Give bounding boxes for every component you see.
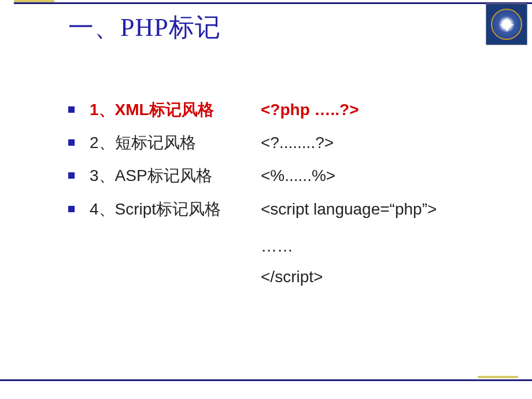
bullet-icon xyxy=(68,172,75,179)
script-body-ellipsis: …… xyxy=(261,231,515,261)
list-item: 3、ASP标记风格 <%......%> xyxy=(68,164,515,187)
item-label: 1、XML标记风格 xyxy=(90,98,261,121)
logo-emblem xyxy=(491,9,522,40)
footer-accent-navy xyxy=(0,379,532,381)
item-label: 4、Script标记风格 xyxy=(90,198,261,220)
item-sample: <%......%> xyxy=(261,164,335,187)
list-item: 4、Script标记风格 <script language=“php”> xyxy=(68,198,515,220)
bullet-icon xyxy=(68,206,75,212)
footer-accent-yellow xyxy=(478,376,518,378)
list-item: 2、短标记风格 <?........?> xyxy=(68,131,515,154)
item-sample: <script language=“php”> xyxy=(261,198,437,220)
slide-title: 一、PHP标记 xyxy=(68,10,221,45)
item-sample: <?php …..?> xyxy=(261,98,359,121)
item-sample: <?........?> xyxy=(261,131,334,154)
script-continuation: …… </script> xyxy=(261,231,515,292)
script-close-tag: </script> xyxy=(261,261,515,292)
item-label: 2、短标记风格 xyxy=(90,131,261,154)
bullet-icon xyxy=(68,139,75,146)
bullet-icon xyxy=(68,106,75,113)
list-item: 1、XML标记风格 <?php …..?> xyxy=(68,98,515,121)
institution-logo xyxy=(486,3,527,45)
title-area: 一、PHP标记 xyxy=(68,10,221,45)
item-label: 3、ASP标记风格 xyxy=(90,164,261,187)
header-accent-navy xyxy=(14,2,532,4)
content-area: 1、XML标记风格 <?php …..?> 2、短标记风格 <?........… xyxy=(68,98,515,292)
